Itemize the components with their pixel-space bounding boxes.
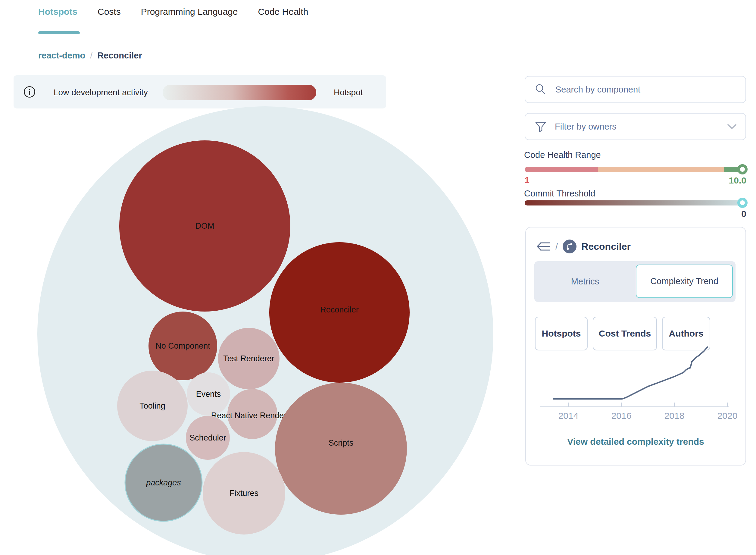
bubble-label-packages: packages [146, 478, 181, 487]
legend-low-label: Low development activity [54, 88, 148, 97]
breadcrumb: react-demo / Reconciler [38, 51, 142, 60]
hotspots-bubble-chart: DOMReconcilerNo ComponentTest RendererEv… [0, 102, 512, 555]
tab-programming-language[interactable]: Programming Language [141, 7, 238, 17]
tab-hotspots[interactable]: Hotspots [38, 7, 77, 17]
view-complexity-trends-link[interactable]: View detailed complexity trends [526, 437, 746, 447]
bubble-label-scheduler: Scheduler [189, 433, 226, 442]
tab-code-health[interactable]: Code Health [258, 7, 308, 17]
funnel-icon [534, 120, 547, 133]
legend-high-label: Hotspot [334, 88, 363, 97]
trend-tick-label-2016: 2016 [612, 411, 632, 421]
bubble-label-events: Events [196, 390, 221, 399]
bubble-scripts[interactable] [275, 383, 407, 515]
breadcrumb-project-link[interactable]: react-demo [38, 51, 85, 60]
complexity-trend-line [553, 347, 708, 399]
code-health-min-value: 1 [525, 175, 530, 185]
detail-tab-group: Metrics Complexity Trend [534, 261, 736, 302]
commit-threshold-label: Commit Threshold [524, 188, 595, 199]
component-branch-icon [563, 240, 576, 253]
component-detail-card: / Reconciler Metrics Complexity Trend Ho… [525, 227, 746, 466]
chevron-down-icon [727, 123, 737, 130]
bubble-label-test-renderer: Test Renderer [223, 354, 274, 363]
detail-card-title: Reconciler [581, 241, 631, 252]
complexity-trend-chart: 2014201620182020 [538, 340, 749, 431]
search-icon [534, 83, 547, 96]
code-health-range-track[interactable] [525, 167, 746, 172]
bubble-label-react-native-renderer: React Native Renderer [211, 411, 294, 420]
bubble-label-scripts: Scripts [328, 438, 354, 447]
active-tab-underline [38, 31, 80, 34]
commit-threshold-value: 0 [702, 209, 746, 219]
app-canvas: Hotspots Costs Programming Language Code… [0, 0, 756, 555]
search-input[interactable] [555, 84, 746, 95]
owners-filter-dropdown[interactable]: Filter by owners [525, 113, 746, 140]
detail-card-header: / Reconciler [536, 240, 631, 253]
tab-metrics[interactable]: Metrics [534, 261, 636, 302]
commit-threshold-track[interactable] [525, 200, 746, 206]
nav-divider [0, 34, 756, 34]
bubble-label-no-component: No Component [155, 341, 210, 350]
bubble-label-tooling: Tooling [139, 401, 165, 411]
breadcrumb-separator: / [90, 51, 92, 60]
detail-card-separator: / [555, 241, 558, 252]
tab-costs[interactable]: Costs [98, 7, 121, 17]
owners-filter-label: Filter by owners [555, 122, 727, 132]
bubble-label-dom: DOM [195, 221, 215, 230]
info-icon[interactable] [24, 86, 36, 99]
hotspot-gradient-bar [163, 85, 316, 100]
commit-threshold-handle[interactable] [737, 198, 748, 208]
code-health-range-label: Code Health Range [524, 150, 601, 160]
trend-tick-label-2014: 2014 [559, 411, 579, 421]
trend-tick-label-2018: 2018 [664, 411, 684, 421]
code-health-range-handle[interactable] [737, 164, 748, 174]
back-icon[interactable] [536, 240, 550, 253]
top-nav: Hotspots Costs Programming Language Code… [38, 7, 308, 17]
code-health-max-value: 10.0 [702, 175, 746, 185]
tab-complexity-trend[interactable]: Complexity Trend [636, 264, 733, 298]
breadcrumb-current: Reconciler [97, 51, 142, 60]
bubble-label-fixtures: Fixtures [229, 489, 258, 498]
trend-tick-label-2020: 2020 [717, 411, 738, 421]
bubble-label-reconciler: Reconciler [320, 305, 359, 314]
component-search-box [525, 76, 746, 103]
